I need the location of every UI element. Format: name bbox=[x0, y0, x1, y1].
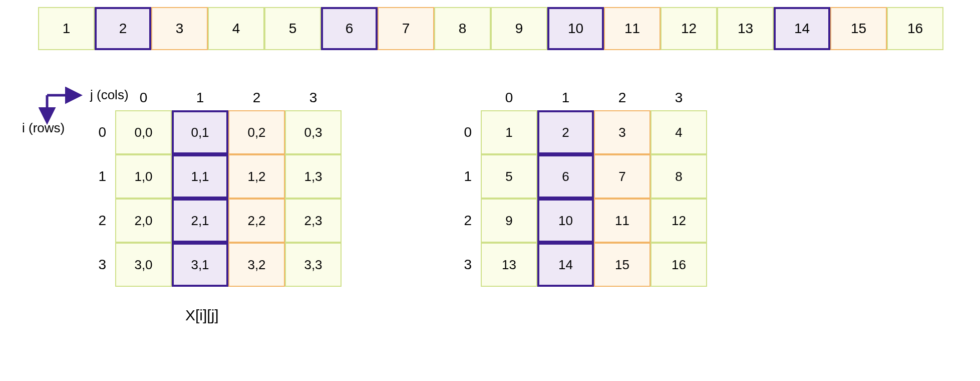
row-header: 2 bbox=[464, 213, 481, 229]
row-header: 2 bbox=[98, 213, 115, 229]
strip-cell: 14 bbox=[774, 7, 830, 50]
col-header: 3 bbox=[675, 90, 683, 106]
row-header: 3 bbox=[98, 257, 115, 273]
strip-cell: 10 bbox=[547, 7, 604, 50]
matrix-cell: 0,2 bbox=[228, 110, 285, 154]
strip-cell: 2 bbox=[95, 7, 151, 50]
col-header: 0 bbox=[140, 90, 148, 106]
matrix-cell: 1,2 bbox=[228, 154, 285, 199]
matrix-cell: 0,1 bbox=[172, 110, 228, 154]
strip-cell: 9 bbox=[491, 7, 547, 50]
matrix-cell: 1,3 bbox=[285, 154, 342, 199]
matrix-cell: 8 bbox=[650, 154, 707, 199]
col-header: 1 bbox=[196, 90, 204, 106]
row-header: 0 bbox=[464, 124, 481, 140]
col-header: 1 bbox=[562, 90, 570, 106]
matrix-cell: 3 bbox=[594, 110, 650, 154]
strip-cell: 5 bbox=[264, 7, 321, 50]
matrix-cell: 1,0 bbox=[115, 154, 172, 199]
matrix-cell: 4 bbox=[650, 110, 707, 154]
linear-array-strip: 12345678910111213141516 bbox=[38, 7, 943, 50]
matrix-cell: 10 bbox=[537, 199, 594, 243]
strip-cell: 15 bbox=[830, 7, 887, 50]
matrix-cell: 2 bbox=[537, 110, 594, 154]
matrix-cell: 1,1 bbox=[172, 154, 228, 199]
matrix-cell: 3,1 bbox=[172, 243, 228, 287]
strip-cell: 12 bbox=[661, 7, 717, 50]
matrix-cell: 9 bbox=[481, 199, 537, 243]
strip-cell: 8 bbox=[434, 7, 491, 50]
col-header: 2 bbox=[253, 90, 261, 106]
matrix-caption: X[i][j] bbox=[185, 307, 219, 324]
col-header: 2 bbox=[618, 90, 626, 106]
diagram-canvas: 12345678910111213141516 j (cols) i (rows… bbox=[0, 0, 980, 381]
strip-cell: 11 bbox=[604, 7, 661, 50]
strip-cell: 6 bbox=[321, 7, 378, 50]
matrix-cell: 2,0 bbox=[115, 199, 172, 243]
strip-cell: 4 bbox=[208, 7, 264, 50]
matrix-cell: 1 bbox=[481, 110, 537, 154]
strip-cell: 16 bbox=[887, 7, 943, 50]
matrix-cell: 0,3 bbox=[285, 110, 342, 154]
col-header: 0 bbox=[505, 90, 513, 106]
matrix-indices: 012300,00,10,20,311,01,11,21,322,02,12,2… bbox=[85, 85, 342, 287]
matrix-cell: 2,2 bbox=[228, 199, 285, 243]
matrix-cell: 3,3 bbox=[285, 243, 342, 287]
row-header: 0 bbox=[98, 124, 115, 140]
matrix-cell: 15 bbox=[594, 243, 650, 287]
matrix-cell: 0,0 bbox=[115, 110, 172, 154]
strip-cell: 3 bbox=[151, 7, 208, 50]
matrix-cell: 16 bbox=[650, 243, 707, 287]
matrix-cell: 12 bbox=[650, 199, 707, 243]
matrix-cell: 7 bbox=[594, 154, 650, 199]
row-header: 3 bbox=[464, 257, 481, 273]
col-header: 3 bbox=[309, 90, 317, 106]
axis-label-i: i (rows) bbox=[22, 120, 65, 136]
strip-cell: 7 bbox=[378, 7, 434, 50]
matrix-cell: 11 bbox=[594, 199, 650, 243]
matrix-cell: 3,2 bbox=[228, 243, 285, 287]
strip-cell: 1 bbox=[38, 7, 95, 50]
matrix-cell: 2,3 bbox=[285, 199, 342, 243]
row-header: 1 bbox=[98, 168, 115, 184]
matrix-cell: 14 bbox=[537, 243, 594, 287]
matrix-cell: 13 bbox=[481, 243, 537, 287]
matrix-cell: 6 bbox=[537, 154, 594, 199]
matrix-values: 0123012341567829101112313141516 bbox=[451, 85, 707, 287]
matrix-cell: 5 bbox=[481, 154, 537, 199]
matrix-cell: 3,0 bbox=[115, 243, 172, 287]
matrix-cell: 2,1 bbox=[172, 199, 228, 243]
strip-cell: 13 bbox=[717, 7, 774, 50]
row-header: 1 bbox=[464, 168, 481, 184]
